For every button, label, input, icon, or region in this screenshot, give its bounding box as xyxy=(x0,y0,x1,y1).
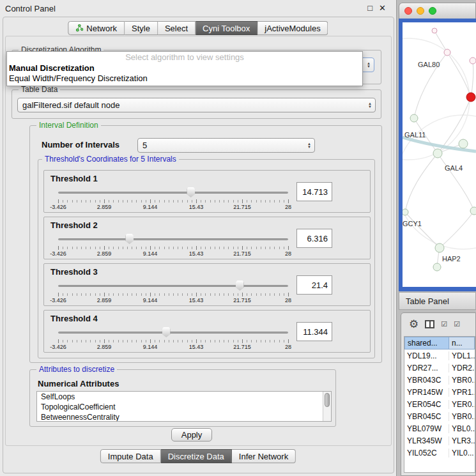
slider-thumb[interactable] xyxy=(187,187,195,197)
list-scrollbar[interactable] xyxy=(323,392,331,421)
table-cell[interactable]: YDL19... xyxy=(404,351,449,360)
network-view-frame: GAL80 GAL11 GAL4 GCY1 HAP2 xyxy=(399,19,476,291)
tab-network[interactable]: Network xyxy=(68,21,125,35)
table-row[interactable]: YBR043C YBR0... xyxy=(404,374,475,386)
minimize-button[interactable] xyxy=(417,7,424,15)
threshold-3-slider[interactable]: -3.4262.8599.14415.4321.71528 xyxy=(58,280,288,305)
network-node[interactable] xyxy=(470,58,476,64)
table-cell[interactable]: YER0... xyxy=(449,400,475,409)
threshold-2-slider[interactable]: -3.4262.8599.14415.4321.71528 xyxy=(58,234,288,258)
tab-infer-network[interactable]: Infer Network xyxy=(232,449,296,463)
table-cell[interactable]: YPR1... xyxy=(449,388,475,397)
table-row[interactable]: YBR045C YBR0... xyxy=(404,410,475,422)
tab-impute-data[interactable]: Impute Data xyxy=(100,449,161,463)
table-row[interactable]: YBL079W YBL0... xyxy=(404,422,475,434)
checkbox-icon[interactable]: ☑ xyxy=(454,320,460,328)
tab-label: Style xyxy=(132,24,150,33)
gear-icon[interactable]: ⚙ xyxy=(409,319,418,330)
list-item[interactable]: SelfLoops xyxy=(37,392,331,402)
threshold-3-value-field[interactable]: 21.4 xyxy=(296,275,332,295)
apply-button[interactable]: Apply xyxy=(171,428,212,441)
slider-ticks xyxy=(58,293,288,296)
table-cell[interactable]: YBL079W xyxy=(404,424,449,433)
network-node[interactable] xyxy=(432,28,437,33)
checkbox-icon[interactable]: ☑ xyxy=(441,320,447,328)
columns-icon[interactable] xyxy=(425,320,434,328)
threshold-1-slider[interactable]: -3.4262.8599.14415.4321.71528 xyxy=(58,187,288,211)
table-row[interactable]: YDR27... YDR2... xyxy=(404,362,475,374)
table-data-combobox[interactable]: galFiltered.sif default node ▲▼ xyxy=(17,98,376,112)
number-of-intervals-label: Number of Intervals xyxy=(42,140,119,150)
network-node[interactable] xyxy=(410,114,418,122)
table-cell[interactable]: YDR2... xyxy=(449,364,475,372)
table-cell[interactable]: YER054C xyxy=(404,400,449,409)
number-of-intervals-combobox[interactable]: 5 ▲▼ xyxy=(137,138,315,153)
scrollbar-thumb[interactable] xyxy=(325,393,330,407)
tab-cyni-toolbox[interactable]: Cyni Toolbox xyxy=(196,21,257,35)
attributes-list[interactable]: SelfLoops TopologicalCoefficient Between… xyxy=(36,391,332,422)
table-cell[interactable]: YLR345W xyxy=(404,436,449,445)
threshold-2-value-field[interactable]: 6.316 xyxy=(296,229,332,248)
float-window-icon[interactable]: □ xyxy=(367,3,372,13)
zoom-button[interactable] xyxy=(429,7,436,15)
table-cell[interactable]: YBR0... xyxy=(449,376,475,385)
table-cell[interactable]: YBR0... xyxy=(449,412,475,421)
table-cell[interactable]: YPR145W xyxy=(404,388,449,397)
dropdown-placeholder: Select algorithm to view settings xyxy=(7,52,362,63)
table-row[interactable]: YER054C YER0... xyxy=(404,398,475,410)
dropdown-option-manual-discretization[interactable]: Manual Discretization xyxy=(7,63,362,73)
column-header-name[interactable]: n... xyxy=(449,337,475,349)
table-row[interactable]: YDL19... YDL1... xyxy=(404,349,475,362)
network-node[interactable] xyxy=(435,243,444,252)
threshold-1-value-field[interactable]: 14.713 xyxy=(296,182,332,201)
table-cell[interactable]: YDR27... xyxy=(404,364,449,372)
tab-style[interactable]: Style xyxy=(125,21,158,35)
threshold-label: Threshold 4 xyxy=(50,314,98,323)
window-title: Control Panel xyxy=(5,4,56,13)
tab-select[interactable]: Select xyxy=(158,21,196,35)
table-panel-header: Table Panel xyxy=(399,292,476,310)
network-window-titlebar[interactable] xyxy=(399,3,476,19)
table-cell[interactable]: YIL052C xyxy=(404,449,449,457)
list-item[interactable]: BetweennessCentrality xyxy=(37,412,331,422)
column-header-shared-name[interactable]: shared... xyxy=(404,337,449,349)
dropdown-option-equal-width[interactable]: Equal Width/Frequency Discretization xyxy=(7,73,362,84)
threshold-4-value-field[interactable]: 11.344 xyxy=(296,322,332,341)
group-label: Interval Definition xyxy=(36,121,101,130)
slider-track[interactable] xyxy=(58,192,288,194)
network-node[interactable] xyxy=(459,139,468,148)
network-node[interactable] xyxy=(403,209,408,215)
network-node[interactable] xyxy=(433,263,441,271)
combo-value: 5 xyxy=(142,141,304,150)
table-row[interactable]: YIL052C YIL0... xyxy=(404,447,475,459)
attributes-group: Attributes to discretize Numerical Attri… xyxy=(29,369,336,427)
threshold-4-slider[interactable]: -3.4262.8599.14415.4321.71528 xyxy=(58,327,288,351)
group-label: Attributes to discretize xyxy=(36,365,117,374)
close-button[interactable] xyxy=(404,7,412,15)
slider-thumb[interactable] xyxy=(125,234,134,244)
table-cell[interactable]: YBR043C xyxy=(404,376,449,385)
table-cell[interactable]: YBL0... xyxy=(449,424,475,433)
close-window-icon[interactable]: ✕ xyxy=(379,3,386,13)
network-node[interactable] xyxy=(470,207,476,215)
threshold-2-panel: Threshold 2 -3.4262.8599.14415.4321.7152… xyxy=(43,217,371,259)
slider-thumb[interactable] xyxy=(236,280,244,291)
table-cell[interactable]: YIL0... xyxy=(449,449,475,457)
tab-discretize-data[interactable]: Discretize Data xyxy=(161,449,232,463)
table-cell[interactable]: YLR3... xyxy=(449,436,475,445)
network-node[interactable] xyxy=(433,149,442,158)
network-canvas[interactable]: GAL80 GAL11 GAL4 GCY1 HAP2 xyxy=(403,22,476,287)
tab-jactivemodules[interactable]: jActiveModules xyxy=(257,21,328,35)
table-row[interactable]: YPR145W YPR1... xyxy=(404,386,475,398)
table-cell[interactable]: YDL1... xyxy=(449,351,475,360)
slider-track[interactable] xyxy=(58,332,288,334)
table-row[interactable]: YLR345W YLR3... xyxy=(404,434,475,447)
network-node[interactable] xyxy=(444,49,450,56)
slider-track[interactable] xyxy=(58,238,288,240)
network-node-selected[interactable] xyxy=(466,93,475,102)
slider-track[interactable] xyxy=(58,285,288,287)
list-item[interactable]: TopologicalCoefficient xyxy=(37,402,331,412)
table-cell[interactable]: YBR045C xyxy=(404,412,449,421)
slider-thumb[interactable] xyxy=(162,327,171,337)
slider-scale-labels: -3.4262.8599.14415.4321.71528 xyxy=(58,344,288,351)
